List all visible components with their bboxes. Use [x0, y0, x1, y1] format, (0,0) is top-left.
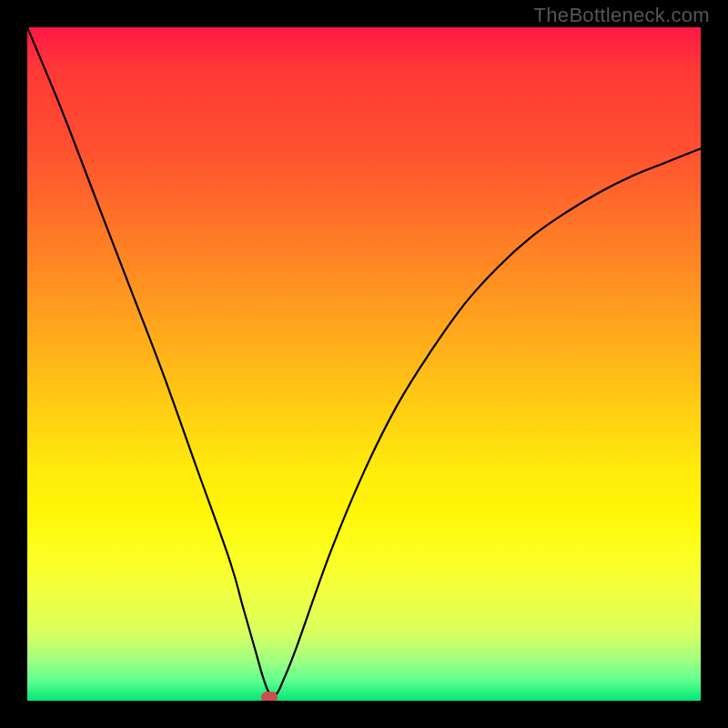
attribution-text: TheBottleneck.com: [534, 4, 710, 27]
curve-svg: [27, 27, 701, 701]
optimum-marker: [261, 692, 278, 701]
plot-area: [27, 27, 701, 701]
bottleneck-curve: [27, 27, 701, 696]
